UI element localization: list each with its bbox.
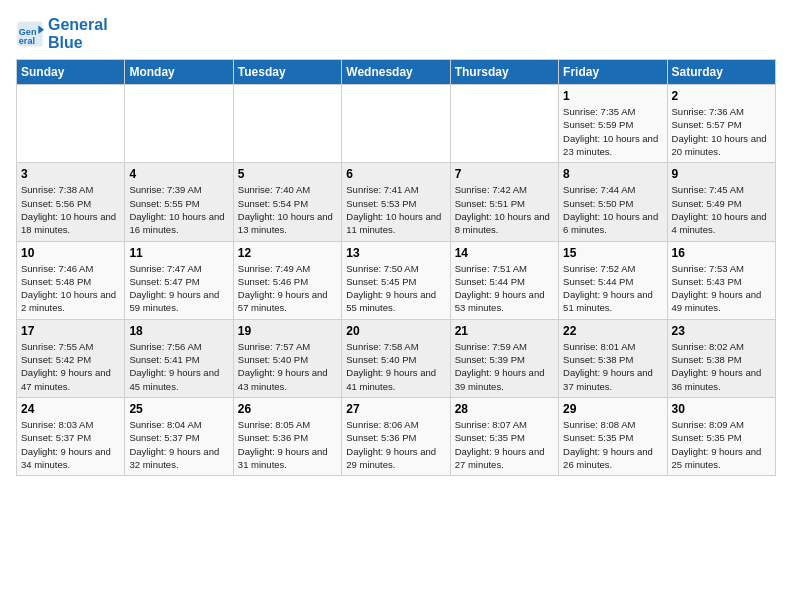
calendar-cell: 13Sunrise: 7:50 AM Sunset: 5:45 PM Dayli… <box>342 241 450 319</box>
weekday-header-saturday: Saturday <box>667 60 775 85</box>
day-info: Sunrise: 7:46 AM Sunset: 5:48 PM Dayligh… <box>21 262 120 315</box>
calendar-cell: 30Sunrise: 8:09 AM Sunset: 5:35 PM Dayli… <box>667 397 775 475</box>
calendar-cell: 22Sunrise: 8:01 AM Sunset: 5:38 PM Dayli… <box>559 319 667 397</box>
day-number: 21 <box>455 324 554 338</box>
calendar-cell: 26Sunrise: 8:05 AM Sunset: 5:36 PM Dayli… <box>233 397 341 475</box>
calendar-cell: 18Sunrise: 7:56 AM Sunset: 5:41 PM Dayli… <box>125 319 233 397</box>
calendar-cell: 9Sunrise: 7:45 AM Sunset: 5:49 PM Daylig… <box>667 163 775 241</box>
calendar-cell: 2Sunrise: 7:36 AM Sunset: 5:57 PM Daylig… <box>667 85 775 163</box>
day-number: 23 <box>672 324 771 338</box>
weekday-header-friday: Friday <box>559 60 667 85</box>
calendar-cell: 15Sunrise: 7:52 AM Sunset: 5:44 PM Dayli… <box>559 241 667 319</box>
day-info: Sunrise: 8:06 AM Sunset: 5:36 PM Dayligh… <box>346 418 445 471</box>
day-info: Sunrise: 7:38 AM Sunset: 5:56 PM Dayligh… <box>21 183 120 236</box>
calendar-cell: 27Sunrise: 8:06 AM Sunset: 5:36 PM Dayli… <box>342 397 450 475</box>
calendar-cell: 1Sunrise: 7:35 AM Sunset: 5:59 PM Daylig… <box>559 85 667 163</box>
calendar-cell: 28Sunrise: 8:07 AM Sunset: 5:35 PM Dayli… <box>450 397 558 475</box>
calendar-cell: 3Sunrise: 7:38 AM Sunset: 5:56 PM Daylig… <box>17 163 125 241</box>
calendar-cell: 24Sunrise: 8:03 AM Sunset: 5:37 PM Dayli… <box>17 397 125 475</box>
day-number: 20 <box>346 324 445 338</box>
day-info: Sunrise: 7:57 AM Sunset: 5:40 PM Dayligh… <box>238 340 337 393</box>
day-number: 27 <box>346 402 445 416</box>
calendar-week-row: 17Sunrise: 7:55 AM Sunset: 5:42 PM Dayli… <box>17 319 776 397</box>
day-number: 4 <box>129 167 228 181</box>
day-info: Sunrise: 8:04 AM Sunset: 5:37 PM Dayligh… <box>129 418 228 471</box>
day-number: 13 <box>346 246 445 260</box>
calendar-cell <box>125 85 233 163</box>
calendar-cell <box>450 85 558 163</box>
day-number: 24 <box>21 402 120 416</box>
day-number: 19 <box>238 324 337 338</box>
day-number: 7 <box>455 167 554 181</box>
logo-text: General <box>48 16 108 34</box>
day-info: Sunrise: 8:03 AM Sunset: 5:37 PM Dayligh… <box>21 418 120 471</box>
day-info: Sunrise: 7:45 AM Sunset: 5:49 PM Dayligh… <box>672 183 771 236</box>
calendar-cell <box>233 85 341 163</box>
svg-text:eral: eral <box>19 35 35 45</box>
day-number: 26 <box>238 402 337 416</box>
day-info: Sunrise: 7:36 AM Sunset: 5:57 PM Dayligh… <box>672 105 771 158</box>
calendar-cell: 21Sunrise: 7:59 AM Sunset: 5:39 PM Dayli… <box>450 319 558 397</box>
logo-icon: Gen eral <box>16 20 44 48</box>
calendar-cell: 7Sunrise: 7:42 AM Sunset: 5:51 PM Daylig… <box>450 163 558 241</box>
day-number: 2 <box>672 89 771 103</box>
day-number: 17 <box>21 324 120 338</box>
day-info: Sunrise: 7:56 AM Sunset: 5:41 PM Dayligh… <box>129 340 228 393</box>
weekday-header-thursday: Thursday <box>450 60 558 85</box>
day-info: Sunrise: 7:55 AM Sunset: 5:42 PM Dayligh… <box>21 340 120 393</box>
day-info: Sunrise: 7:39 AM Sunset: 5:55 PM Dayligh… <box>129 183 228 236</box>
calendar-cell: 4Sunrise: 7:39 AM Sunset: 5:55 PM Daylig… <box>125 163 233 241</box>
day-number: 12 <box>238 246 337 260</box>
day-number: 29 <box>563 402 662 416</box>
calendar-cell: 10Sunrise: 7:46 AM Sunset: 5:48 PM Dayli… <box>17 241 125 319</box>
day-info: Sunrise: 7:50 AM Sunset: 5:45 PM Dayligh… <box>346 262 445 315</box>
logo-subtext: Blue <box>48 34 108 52</box>
day-number: 14 <box>455 246 554 260</box>
day-info: Sunrise: 7:47 AM Sunset: 5:47 PM Dayligh… <box>129 262 228 315</box>
calendar-cell: 12Sunrise: 7:49 AM Sunset: 5:46 PM Dayli… <box>233 241 341 319</box>
day-number: 10 <box>21 246 120 260</box>
calendar-header-row: SundayMondayTuesdayWednesdayThursdayFrid… <box>17 60 776 85</box>
day-info: Sunrise: 8:02 AM Sunset: 5:38 PM Dayligh… <box>672 340 771 393</box>
calendar-cell <box>17 85 125 163</box>
weekday-header-tuesday: Tuesday <box>233 60 341 85</box>
day-info: Sunrise: 7:59 AM Sunset: 5:39 PM Dayligh… <box>455 340 554 393</box>
calendar-cell: 6Sunrise: 7:41 AM Sunset: 5:53 PM Daylig… <box>342 163 450 241</box>
day-number: 15 <box>563 246 662 260</box>
calendar-week-row: 3Sunrise: 7:38 AM Sunset: 5:56 PM Daylig… <box>17 163 776 241</box>
weekday-header-monday: Monday <box>125 60 233 85</box>
day-number: 11 <box>129 246 228 260</box>
day-number: 5 <box>238 167 337 181</box>
day-number: 6 <box>346 167 445 181</box>
calendar-week-row: 24Sunrise: 8:03 AM Sunset: 5:37 PM Dayli… <box>17 397 776 475</box>
day-info: Sunrise: 8:01 AM Sunset: 5:38 PM Dayligh… <box>563 340 662 393</box>
calendar-cell: 25Sunrise: 8:04 AM Sunset: 5:37 PM Dayli… <box>125 397 233 475</box>
day-info: Sunrise: 7:52 AM Sunset: 5:44 PM Dayligh… <box>563 262 662 315</box>
day-info: Sunrise: 7:44 AM Sunset: 5:50 PM Dayligh… <box>563 183 662 236</box>
day-number: 9 <box>672 167 771 181</box>
calendar-cell <box>342 85 450 163</box>
calendar-cell: 5Sunrise: 7:40 AM Sunset: 5:54 PM Daylig… <box>233 163 341 241</box>
day-number: 16 <box>672 246 771 260</box>
calendar-week-row: 1Sunrise: 7:35 AM Sunset: 5:59 PM Daylig… <box>17 85 776 163</box>
day-number: 3 <box>21 167 120 181</box>
day-number: 1 <box>563 89 662 103</box>
calendar-cell: 14Sunrise: 7:51 AM Sunset: 5:44 PM Dayli… <box>450 241 558 319</box>
calendar-cell: 19Sunrise: 7:57 AM Sunset: 5:40 PM Dayli… <box>233 319 341 397</box>
day-number: 30 <box>672 402 771 416</box>
calendar-cell: 16Sunrise: 7:53 AM Sunset: 5:43 PM Dayli… <box>667 241 775 319</box>
day-info: Sunrise: 7:40 AM Sunset: 5:54 PM Dayligh… <box>238 183 337 236</box>
day-info: Sunrise: 7:51 AM Sunset: 5:44 PM Dayligh… <box>455 262 554 315</box>
calendar-cell: 29Sunrise: 8:08 AM Sunset: 5:35 PM Dayli… <box>559 397 667 475</box>
calendar-cell: 17Sunrise: 7:55 AM Sunset: 5:42 PM Dayli… <box>17 319 125 397</box>
calendar-week-row: 10Sunrise: 7:46 AM Sunset: 5:48 PM Dayli… <box>17 241 776 319</box>
day-info: Sunrise: 7:49 AM Sunset: 5:46 PM Dayligh… <box>238 262 337 315</box>
day-info: Sunrise: 7:35 AM Sunset: 5:59 PM Dayligh… <box>563 105 662 158</box>
calendar-cell: 8Sunrise: 7:44 AM Sunset: 5:50 PM Daylig… <box>559 163 667 241</box>
day-info: Sunrise: 8:09 AM Sunset: 5:35 PM Dayligh… <box>672 418 771 471</box>
logo: Gen eral General Blue <box>16 16 108 51</box>
day-number: 28 <box>455 402 554 416</box>
day-info: Sunrise: 8:05 AM Sunset: 5:36 PM Dayligh… <box>238 418 337 471</box>
day-info: Sunrise: 7:53 AM Sunset: 5:43 PM Dayligh… <box>672 262 771 315</box>
calendar-cell: 23Sunrise: 8:02 AM Sunset: 5:38 PM Dayli… <box>667 319 775 397</box>
